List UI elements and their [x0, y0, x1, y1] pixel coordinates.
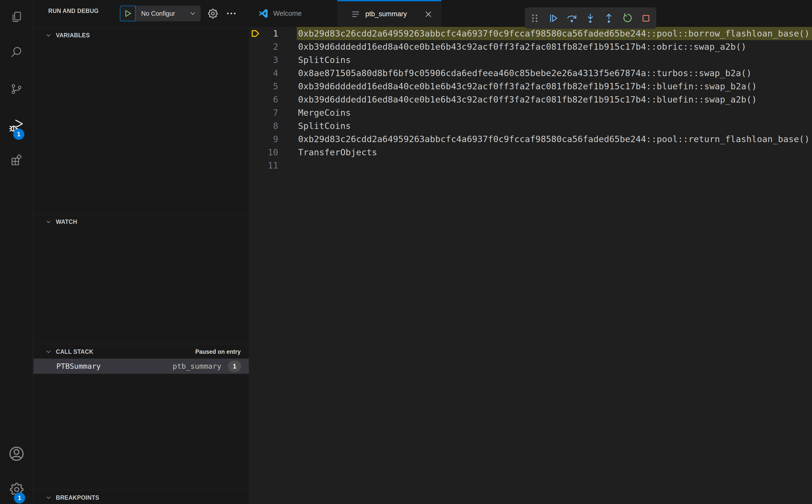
sidebar-item-source-control[interactable]: [0, 82, 33, 96]
editor-line[interactable]: 20xb39d6dddedd16ed8a40ce0b1e6b43c92acf0f…: [249, 40, 812, 53]
tab-ptb-summary[interactable]: ptb_summary: [337, 0, 442, 27]
debug-settings-gear-button[interactable]: [207, 8, 218, 19]
breakpoints-section: BREAKPOINTS: [34, 490, 249, 504]
line-number[interactable]: 1: [252, 27, 278, 40]
line-number[interactable]: 6: [252, 93, 278, 106]
breakpoints-section-label: BREAKPOINTS: [56, 494, 99, 501]
code-text: 0xb29d83c26cdd2a64959263abbcfc4a6937f0c9…: [298, 132, 810, 146]
debug-toolbar: [525, 8, 656, 29]
chevron-down-icon: [45, 32, 52, 39]
watch-section-label: WATCH: [56, 219, 77, 225]
start-debugging-button[interactable]: [120, 6, 136, 21]
debug-config-dropdown[interactable]: No Configur: [136, 6, 201, 21]
search-icon: [10, 45, 23, 59]
close-icon[interactable]: [424, 10, 433, 19]
line-number[interactable]: 8: [252, 119, 278, 132]
settings-button[interactable]: 1: [0, 481, 33, 497]
code-text: MergeCoins: [298, 106, 351, 119]
chevron-down-icon: [45, 494, 52, 501]
debug-config-value: No Configur: [141, 10, 189, 17]
restart-button[interactable]: [618, 8, 637, 29]
sidebar-item-search[interactable]: [0, 45, 33, 59]
step-into-button[interactable]: [581, 8, 600, 29]
code-text: TransferObjects: [298, 146, 377, 159]
code-editor[interactable]: 10xb29d83c26cdd2a64959263abbcfc4a6937f0c…: [249, 27, 812, 504]
editor-group: Welcome ptb_summary 10xb29d83c26cdd2a649…: [249, 0, 812, 504]
continue-button[interactable]: [544, 8, 563, 29]
editor-line[interactable]: 8SplitCoins: [249, 119, 812, 132]
extensions-icon: [10, 154, 23, 167]
continue-icon: [548, 12, 559, 24]
call-stack-section: CALL STACK Paused on entry PTBSummary pt…: [34, 344, 249, 490]
editor-line[interactable]: 60xb39d6dddedd16ed8a40ce0b1e6b43c92acf0f…: [249, 93, 812, 106]
activity-bar: 1 1: [0, 0, 33, 504]
account-icon: [8, 445, 25, 463]
vscode-logo-icon: [258, 8, 269, 19]
debug-badge: 1: [13, 129, 24, 140]
watch-section: WATCH: [34, 214, 249, 344]
sidebar-item-run-and-debug[interactable]: 1: [0, 119, 33, 134]
editor-line[interactable]: 11: [249, 159, 812, 172]
chevron-down-icon: [45, 219, 52, 225]
gear-icon: [207, 8, 218, 19]
call-stack-section-label: CALL STACK: [56, 348, 93, 355]
frame-badge: 1: [228, 360, 241, 372]
sidebar-item-explorer[interactable]: [0, 11, 33, 23]
chevron-down-icon: [45, 348, 52, 355]
frame-name: PTBSummary: [56, 362, 101, 371]
code-text: 0xb39d6dddedd16ed8a40ce0b1e6b43c92acf0ff…: [298, 40, 746, 53]
frame-file: ptb_summary: [173, 362, 221, 371]
paused-status-text: Paused on entry: [195, 348, 241, 355]
gripper-icon: [529, 12, 541, 24]
line-number[interactable]: 7: [252, 106, 278, 119]
stop-icon: [640, 12, 652, 24]
variables-section-label: VARIABLES: [56, 32, 90, 39]
watch-section-header[interactable]: WATCH: [34, 214, 249, 229]
editor-line[interactable]: 3SplitCoins: [249, 53, 812, 66]
editor-line[interactable]: 90xb29d83c26cdd2a64959263abbcfc4a6937f0c…: [249, 132, 812, 146]
toolbar-drag-handle[interactable]: [525, 8, 544, 29]
chevron-down-icon: [189, 10, 196, 17]
code-text: SplitCoins: [298, 53, 351, 66]
step-out-button[interactable]: [600, 8, 618, 29]
variables-section: VARIABLES: [34, 27, 249, 214]
stop-button[interactable]: [637, 8, 655, 29]
files-icon: [10, 11, 23, 23]
breakpoints-section-header[interactable]: BREAKPOINTS: [34, 490, 249, 504]
debug-config-group: No Configur: [120, 6, 201, 21]
step-over-icon: [566, 12, 578, 24]
line-number[interactable]: 10: [252, 146, 278, 159]
settings-badge: 1: [14, 492, 25, 503]
source-control-icon: [10, 82, 23, 96]
ellipsis-icon: [226, 8, 237, 19]
variables-section-header[interactable]: VARIABLES: [34, 28, 249, 43]
play-icon: [123, 9, 132, 18]
line-number[interactable]: 3: [252, 53, 278, 66]
line-number[interactable]: 2: [252, 40, 278, 53]
call-stack-section-header[interactable]: CALL STACK Paused on entry: [34, 344, 249, 359]
editor-line[interactable]: 7MergeCoins: [249, 106, 812, 119]
sidebar-item-extensions[interactable]: [0, 154, 33, 167]
line-number[interactable]: 4: [252, 66, 278, 80]
step-over-button[interactable]: [563, 8, 581, 29]
restart-icon: [622, 12, 633, 24]
accounts-button[interactable]: [0, 445, 33, 463]
code-text: 0xb39d6dddedd16ed8a40ce0b1e6b43c92acf0ff…: [298, 80, 757, 93]
tab-welcome[interactable]: Welcome: [249, 0, 337, 27]
more-actions-button[interactable]: [226, 8, 237, 19]
code-text: 0xb39d6dddedd16ed8a40ce0b1e6b43c92acf0ff…: [298, 93, 757, 106]
list-icon: [351, 9, 361, 19]
editor-line[interactable]: 50xb39d6dddedd16ed8a40ce0b1e6b43c92acf0f…: [249, 80, 812, 93]
call-stack-frame-row[interactable]: PTBSummary ptb_summary 1: [34, 359, 249, 374]
run-and-debug-sidebar: RUN AND DEBUG No Configur VARIABLES WATC…: [34, 0, 249, 504]
step-out-icon: [603, 12, 615, 24]
editor-line[interactable]: 40x8ae871505a80d8bf6bf9c05906cda6edfeea4…: [249, 66, 812, 80]
sidebar-title: RUN AND DEBUG: [48, 8, 124, 14]
line-number[interactable]: 5: [252, 80, 278, 93]
code-text: 0x8ae871505a80d8bf6bf9c05906cda6edfeea46…: [298, 66, 752, 80]
editor-line[interactable]: 10TransferObjects: [249, 146, 812, 159]
line-number[interactable]: 11: [252, 159, 278, 172]
step-into-icon: [585, 12, 596, 24]
line-number[interactable]: 9: [252, 132, 278, 146]
tab-label: ptb_summary: [365, 10, 407, 18]
